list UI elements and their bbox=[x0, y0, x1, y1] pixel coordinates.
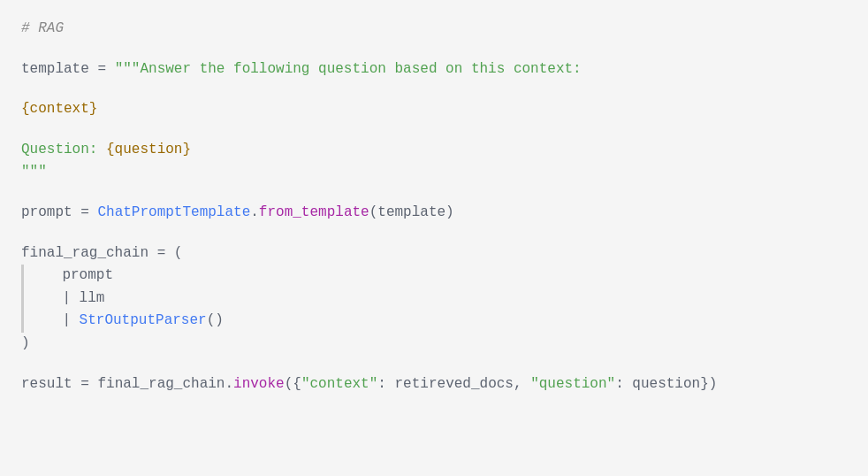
val-question: question bbox=[632, 373, 700, 396]
chain-prompt-line: prompt bbox=[21, 265, 847, 288]
str-output-parser: StrOutputParser bbox=[80, 310, 207, 333]
context-brace: {context} bbox=[21, 98, 97, 121]
var-prompt: prompt bbox=[21, 202, 72, 225]
invoke-brace-open: { bbox=[293, 373, 301, 396]
question-label: Question: bbox=[21, 139, 106, 162]
var-result: result bbox=[21, 373, 72, 396]
op-equals2: = bbox=[72, 202, 98, 225]
dot2: . bbox=[225, 373, 233, 396]
chain-ref: final_rag_chain bbox=[97, 373, 225, 396]
colon1: : bbox=[377, 373, 394, 396]
chain-llm-line: | llm bbox=[21, 288, 847, 311]
template-assignment-line: template = """Answer the following quest… bbox=[21, 58, 847, 81]
dot1: . bbox=[250, 202, 259, 225]
question-line: Question: {question} bbox=[21, 139, 847, 162]
context-line: {context} bbox=[21, 98, 847, 121]
chain-close: ) bbox=[21, 333, 30, 356]
class-name: ChatPromptTemplate bbox=[97, 202, 250, 225]
key-context: "context" bbox=[301, 373, 377, 396]
chain-llm: | llm bbox=[28, 288, 104, 311]
var-template: template bbox=[21, 58, 89, 81]
result-line: result = final_rag_chain . invoke ( { "c… bbox=[21, 373, 847, 396]
comment-line: # RAG bbox=[21, 18, 847, 41]
method-from-template: from_template bbox=[259, 202, 369, 225]
chain-parser-line: | StrOutputParser() bbox=[21, 310, 847, 333]
parser-parens: () bbox=[207, 310, 224, 333]
string-close: """ bbox=[21, 161, 47, 184]
string-close-line: """ bbox=[21, 161, 847, 184]
val-retireved: retireved_docs bbox=[395, 373, 514, 396]
method-args: (template) bbox=[369, 202, 454, 225]
comma1: , bbox=[514, 373, 530, 396]
op-chain: = ( bbox=[148, 242, 182, 265]
chain-assignment-line: final_rag_chain = ( bbox=[21, 242, 847, 265]
code-editor: # RAG template = """Answer the following… bbox=[0, 0, 868, 476]
comment-text: # RAG bbox=[21, 18, 64, 41]
key-question: "question" bbox=[530, 373, 615, 396]
chain-parser: | bbox=[28, 310, 80, 333]
method-invoke: invoke bbox=[233, 373, 285, 396]
chain-prompt: prompt bbox=[28, 265, 113, 288]
chain-close-line: ) bbox=[21, 333, 847, 356]
op-equals: = bbox=[89, 58, 115, 81]
prompt-line: prompt = ChatPromptTemplate . from_templ… bbox=[21, 202, 847, 225]
invoke-brace-close: }) bbox=[700, 373, 717, 396]
var-chain: final_rag_chain bbox=[21, 242, 148, 265]
question-brace: {question} bbox=[106, 139, 191, 162]
invoke-open: ( bbox=[285, 373, 293, 396]
string-open: """Answer the following question based o… bbox=[115, 58, 582, 81]
op-result: = bbox=[72, 373, 98, 396]
colon2: : bbox=[615, 373, 632, 396]
